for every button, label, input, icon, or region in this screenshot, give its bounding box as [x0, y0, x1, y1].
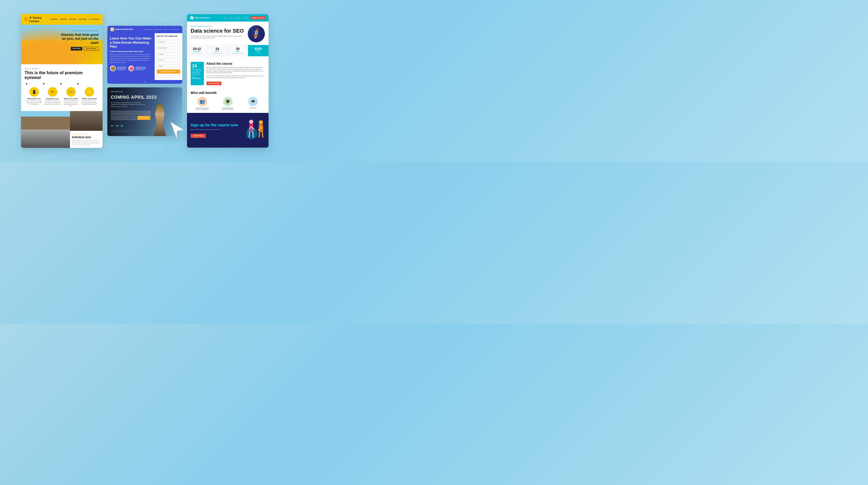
bar-bottom-decoration [107, 80, 182, 84]
speaker-penelope-info: Penelope Perez Marketing ManagerBee Mark… [135, 66, 146, 70]
gallery-desc: Whether a bespoke suit or couture dress,… [72, 140, 100, 145]
hero-title: Glasses that look good on you, not just … [57, 33, 99, 45]
nav-pricing[interactable]: PRICING [69, 19, 76, 20]
seo-stats-bar: 20-22 September 3 days of intense practi… [187, 45, 269, 56]
feature-desc-designed: Select your style, choose your color, fi… [44, 100, 61, 105]
seo-about-desc2: There's no need to invent Google's consp… [207, 75, 265, 79]
how-it-works-section: HOW IT WORKS This is the future of premi… [21, 64, 102, 109]
nav-lenses[interactable]: LENSES [60, 19, 67, 20]
feature-icon-designed: ✂ [48, 87, 57, 97]
bar-nav-contact[interactable]: Contact Us [172, 29, 179, 30]
bar-input-company[interactable] [157, 52, 180, 56]
feature-title-measured: Measured for you [26, 98, 42, 99]
gallery-image-1 [21, 111, 70, 129]
bar-form: WATCH THE WEBINAR REGISTER NOW View this… [155, 33, 182, 80]
bar-input-fullname[interactable] [157, 40, 180, 44]
coming-submit-button[interactable]: YES, I'M IN! [137, 116, 151, 120]
seo-stat-sub-hours: 10:00 AM — 6:00 PM [209, 53, 226, 54]
seo-who-item-licensed: 🎓 Licensed SEO expertsand SEO enthusiast… [216, 97, 239, 111]
seo-book-place-button[interactable]: BOOK A PLACE [207, 82, 222, 85]
dot-indicator [144, 81, 146, 83]
seo-nav-tutors[interactable]: Tutors [229, 17, 233, 19]
seo-stat-label-seats: Seats [229, 51, 246, 52]
seo-about-content: About the course Every day, Google Analy… [207, 62, 265, 85]
seo-hero-rocket: 🚀 [248, 25, 265, 42]
seo-who-icon-inhouse: 👥 [197, 97, 207, 106]
speaker-penelope: Penelope Perez Marketing ManagerBee Mark… [128, 65, 146, 71]
hero-text-block: CUSTOM-TAILORED EYEWEAR Glasses that loo… [57, 30, 99, 51]
sl-logo: ☀ Sunny Lenses [24, 16, 51, 23]
seo-register-button[interactable]: REGISTER [191, 134, 206, 138]
nav-locations[interactable]: LOCATIONS [89, 19, 99, 20]
feature-title-guaranteed: Perfect, guaranteed [81, 98, 98, 99]
seo-about-section: 24 Hours of practice and immersion in da… [187, 59, 269, 88]
seo-stat-dates: 20-22 September 3 days of intense practi… [187, 45, 207, 56]
feature-icon-measured: 📱 [29, 87, 39, 97]
cursor-arrow-wrapper [169, 121, 185, 141]
bar-nav-what[interactable]: What We Do [143, 29, 152, 30]
seo-nav-location[interactable]: Location [243, 17, 249, 19]
shop-women-button[interactable]: SHOP WOMEN [84, 47, 98, 51]
seo-signup-title: Sign up for the course now [191, 123, 244, 127]
svg-point-8 [246, 128, 257, 140]
sl-nav: FRAMES LENSES PRICING REVIEWS LOCATIONS [50, 19, 99, 20]
rocket-icon: 🚀 [250, 28, 262, 40]
coming-input-name[interactable] [111, 111, 151, 115]
feature-scratch: 👓 Made from scratch Each pair is crafted… [63, 87, 80, 107]
nav-reviews[interactable]: REVIEWS [79, 19, 87, 20]
coming-input-email[interactable] [111, 116, 136, 120]
hero-buttons: SHOP MEN SHOP WOMEN [57, 47, 99, 51]
seo-book-header-button[interactable]: BOOK A PLACE [251, 16, 266, 20]
seo-logo: 📈 SEO Solutions [190, 16, 210, 20]
bar-logo: 📊 BAR MARKETING [111, 28, 133, 31]
panel-bar-marketing: 📊 BAR MARKETING What We Do Who We Are Ab… [107, 26, 182, 84]
bar-form-title: WATCH THE WEBINAR [157, 35, 180, 37]
gallery-section: DESIGNED BY YOU Individual style Whether… [21, 111, 102, 148]
seo-who-label-geeks: SEO geeks [242, 108, 265, 109]
instagram-icon[interactable]: 📷 [116, 125, 119, 128]
bar-header: 📊 BAR MARKETING What We Do Who We Are Ab… [107, 26, 182, 33]
seo-stat-num-price: $245 [250, 48, 267, 51]
seo-stat-sub-seats: Limited number of seats [229, 53, 246, 54]
twitter-icon[interactable]: 🐦 [111, 125, 114, 128]
bar-nav-who[interactable]: Who We Are [154, 29, 162, 30]
seo-logo-text: SEO Solutions [195, 17, 210, 19]
seo-stat-num-seats: 20 [229, 48, 246, 51]
facebook-icon[interactable]: 📘 [121, 125, 124, 128]
seo-about-desc1: Every day, Google Analytics, Google Sear… [207, 67, 265, 74]
bar-title: Learn How You Can Make a Data-Driven Mar… [110, 36, 152, 49]
sl-hero-section: CUSTOM-TAILORED EYEWEAR Glasses that loo… [21, 25, 102, 64]
feature-icon-guaranteed: ⭐ [85, 87, 94, 97]
seo-who-section: Who will benefit 👥 In-house SEO speciali… [187, 88, 269, 113]
bar-form-note: View this webinar now, and get notificat… [157, 75, 180, 78]
seo-stat-price: $245 Price Best offer [248, 45, 269, 56]
nav-frames[interactable]: FRAMES [50, 19, 58, 20]
feature-title-scratch: Made from scratch [63, 98, 80, 99]
seo-nav-program[interactable]: Program [236, 17, 241, 19]
coming-input-row: YES, I'M IN! [111, 116, 151, 120]
seo-about-title: About the course [207, 62, 265, 65]
seo-who-title: Who will benefit [191, 91, 265, 95]
seo-header: 📈 SEO Solutions About Tutors Program Loc… [187, 14, 269, 22]
speaker-penelope-role: Marketing ManagerBee Marketing [135, 68, 146, 70]
bar-input-industry[interactable] [157, 64, 180, 68]
bar-input-email[interactable] [157, 46, 180, 50]
seo-stat-label-price: Price [250, 51, 267, 52]
bar-register-button[interactable]: REGISTER NOW [157, 69, 180, 74]
feature-icon-scratch: 👓 [66, 87, 76, 97]
seo-stat-label-hours: Hours [209, 51, 226, 52]
seo-stat-label-dates: September [189, 51, 206, 52]
seo-nav-about[interactable]: About [223, 17, 227, 19]
bar-input-jobtitle[interactable] [157, 58, 180, 62]
seo-stat-num-hours: 24 [209, 48, 226, 51]
seo-about-num: 24 [192, 64, 202, 68]
feature-title-designed: Designed by you [44, 98, 61, 99]
coming-form: YES, I'M IN! [111, 111, 151, 120]
seo-nav: About Tutors Program Location BOOK A PLA… [223, 16, 265, 20]
bar-content: Learn How You Can Make a Data-Driven Mar… [107, 33, 182, 80]
gallery-text-box: DESIGNED BY YOU Individual style Whether… [70, 131, 102, 148]
coming-desc: My Travel Blog is almost ready. Be one o… [111, 102, 148, 108]
feature-measured: 📱 Measured for you Use our iOS app to sc… [26, 87, 42, 107]
bar-nav-about[interactable]: About Us [164, 29, 170, 30]
shop-men-button[interactable]: SHOP MEN [71, 47, 83, 51]
